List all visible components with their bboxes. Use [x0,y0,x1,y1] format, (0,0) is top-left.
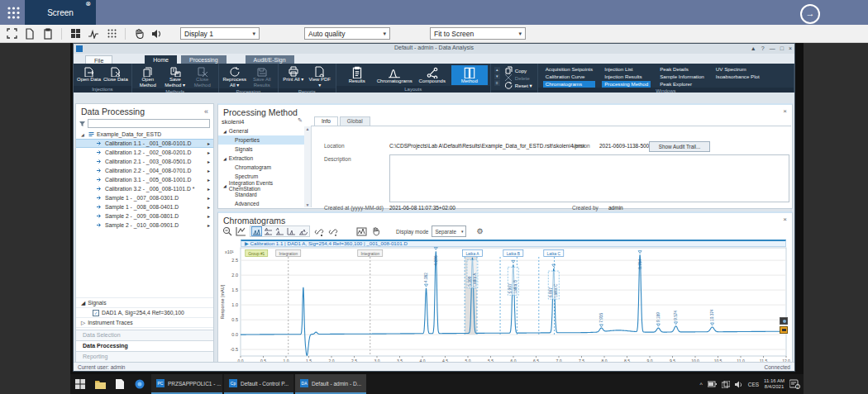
filter-input[interactable] [88,119,210,128]
close-icon[interactable]: × [783,216,787,223]
open-method-button[interactable]: Open Method [135,65,161,88]
window-link-calibration-curve[interactable]: Calibration Curve [543,74,595,80]
autoscale-icon[interactable] [236,226,246,236]
injection-item[interactable]: Sample 2 - _009_008-0801.D▸ [76,211,213,221]
injection-item[interactable]: Calibration 1.2 - _002_008-0201.D▸ [76,148,213,157]
description-field[interactable] [389,154,789,202]
zoom-out-icon[interactable] [222,226,232,236]
input-language[interactable]: CES [748,382,759,387]
scroll-down-button[interactable]: ▾ [494,74,500,79]
window-link-sample-information[interactable]: Sample Information [657,74,707,80]
expand-right-icon[interactable]: ▸ [207,159,210,164]
print-all-button[interactable]: Print All ▾ [281,65,306,83]
injection-item[interactable]: Calibration 1.1 - _001_008-0101.D▸ [76,139,213,148]
nav-reporting[interactable]: Reporting [76,351,213,362]
file-explorer-icon[interactable] [90,374,110,394]
plot-area[interactable] [241,248,786,356]
layout-3d-icon[interactable] [298,226,308,236]
close-data-button[interactable]: Close Data [103,65,129,83]
window-link-peak-details[interactable]: Peak Details [657,66,707,73]
close-button[interactable]: × [789,44,792,53]
app-grid-icon[interactable] [7,6,21,20]
display-select[interactable]: Display 1▾ [180,27,260,40]
method-section-signals[interactable]: Signals [218,145,304,154]
spectrum-preview-icon[interactable] [356,226,367,236]
tab-processing[interactable]: Processing [181,55,227,64]
method-section-chromatogram[interactable]: Chromatogram [218,163,304,172]
window-link-peak-explorer[interactable]: Peak Explorer [657,81,707,88]
injection-item[interactable]: Sample 2 - _010_008-0901.D▸ [76,221,213,230]
chromatogram-chart[interactable]: -0.50.00.51.01.52.02.50.00.51.01.52.02.5… [218,247,794,367]
scroll-up-icon[interactable]: ▲ [304,126,311,131]
expand-right-icon[interactable]: ▸ [207,140,210,146]
browser-icon[interactable] [130,374,150,394]
windows-icon[interactable] [69,27,82,40]
open-data-button[interactable]: Open Data [76,65,102,83]
screen-tab[interactable]: Screen ⊗ [25,0,96,25]
unlink-x-icon[interactable] [313,226,324,236]
nav-data-selection[interactable]: Data Selection [76,330,213,340]
chart-tool-float-button[interactable] [780,317,788,325]
expand-right-icon[interactable]: ▸ [207,168,210,173]
window-link-injection-results[interactable]: Injection Results [602,74,651,80]
expander-icon[interactable]: ◢ [223,129,227,134]
layout-tiled-icon[interactable] [274,226,285,236]
tab-global[interactable]: Global [340,116,370,126]
method-section-properties[interactable]: Properties [218,135,304,145]
minimize-button[interactable]: — [770,44,775,53]
help-button[interactable]: ? [761,44,765,53]
edit-pencil-icon[interactable]: ✎ [298,117,303,124]
collapse-panel-icon[interactable]: « [204,107,208,116]
tray-expand-icon[interactable]: ^ [699,382,702,387]
notification-icon[interactable]: 2 [789,379,800,389]
tab-home[interactable]: Home [145,55,177,64]
expand-right-icon[interactable]: ▸ [207,177,210,183]
reset-button[interactable]: Reset ▾ [504,82,532,88]
chart-warning-float-button[interactable] [780,326,788,334]
fullscreen-icon[interactable] [5,27,18,40]
injection-item[interactable]: Sample 1 - _007_008-0301.D▸ [76,193,213,202]
injection-item[interactable]: Sample 1 - _008_008-0401.D▸ [76,202,213,211]
hand-icon[interactable] [132,27,145,40]
tray-clock[interactable]: 11:16 AM8/4/2021 [764,378,785,390]
task-button-da[interactable]: DADefault - admin - D... [295,374,366,394]
injection-item[interactable]: Calibration 2.2 - _004_008-0701.D▸ [76,166,213,175]
injection-item[interactable]: Calibration 3.1 - _005_008-1001.D▸ [76,175,213,184]
task-button-cp[interactable]: CpDefault - Control P... [224,374,293,394]
tab-file[interactable]: File [85,55,112,64]
expander-icon[interactable]: ◢ [81,132,86,137]
unlink-y-icon[interactable] [327,226,338,236]
window-link-chromatograms[interactable]: Chromatograms [543,81,595,88]
layout-separate-icon[interactable] [286,226,297,236]
expander-icon[interactable]: ▷ [81,320,85,326]
manual-integration-hand-icon[interactable] [370,226,381,236]
expand-right-icon[interactable]: ▸ [207,222,210,228]
volume-icon[interactable] [735,381,743,388]
expander-icon[interactable]: ◢ [81,300,85,306]
nav-data-processing[interactable]: Data Processing [76,340,213,351]
injection-item[interactable]: Calibration 2.1 - _003_008-0501.D▸ [76,157,213,166]
method-section-general[interactable]: ◢General [218,126,304,135]
injection-item[interactable]: Calibration 3.2 - _006_008-1101.D *▸ [76,184,213,193]
logout-icon[interactable]: → [800,4,820,24]
screen-tab-close-icon[interactable]: ⊗ [85,0,91,7]
window-link-processing-method[interactable]: Processing Method [602,81,651,88]
expand-right-icon[interactable]: ▸ [207,213,210,219]
layout-stacked-icon[interactable] [263,226,274,236]
expander-icon[interactable]: ◢ [223,183,227,188]
show-audit-trail-button[interactable]: Show Audit Trail... [649,141,710,152]
dot-grid-icon[interactable] [105,27,118,40]
copy-button[interactable]: Copy [504,67,532,74]
expander-icon[interactable]: ◢ [223,156,227,161]
layout-menu-button[interactable]: ≡ [494,80,500,86]
tab-audit-e-sign[interactable]: Audit/E-Sign [246,55,294,64]
window-link-injection-list[interactable]: Injection List [602,66,651,73]
expand-right-icon[interactable]: ▸ [207,195,210,201]
scroll-up-button[interactable]: ▴ [494,67,500,73]
method-section-extraction[interactable]: ◢Extraction [218,154,304,163]
window-link-acquisition-setpoints[interactable]: Acquisition Setpoints [543,66,595,73]
notepad-icon[interactable] [110,374,130,394]
close-icon[interactable]: × [783,107,787,115]
method-section-advanced[interactable]: Advanced [218,199,304,207]
layout-overlay-icon[interactable] [251,226,262,236]
